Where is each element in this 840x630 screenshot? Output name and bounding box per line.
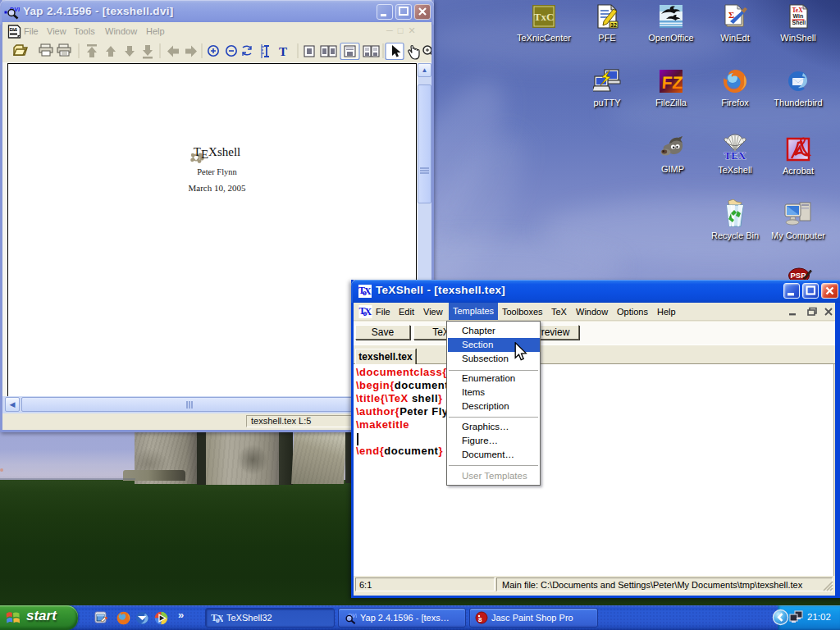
svg-text:FZ: FZ (661, 73, 683, 92)
svg-text:DVI: DVI (10, 27, 17, 32)
svg-text:TxC: TxC (534, 11, 555, 23)
svg-text:32: 32 (610, 22, 617, 28)
svg-text:Shell: Shell (792, 20, 806, 25)
svg-text:T: T (279, 45, 287, 58)
svg-text:TEX: TEX (724, 149, 746, 162)
svg-text:X: X (365, 306, 372, 317)
svg-text:8: 8 (478, 616, 482, 623)
svg-text:X: X (364, 285, 372, 297)
svg-text:X: X (217, 613, 224, 624)
svg-text:Σ: Σ (728, 10, 734, 20)
svg-text:Win: Win (793, 13, 804, 19)
